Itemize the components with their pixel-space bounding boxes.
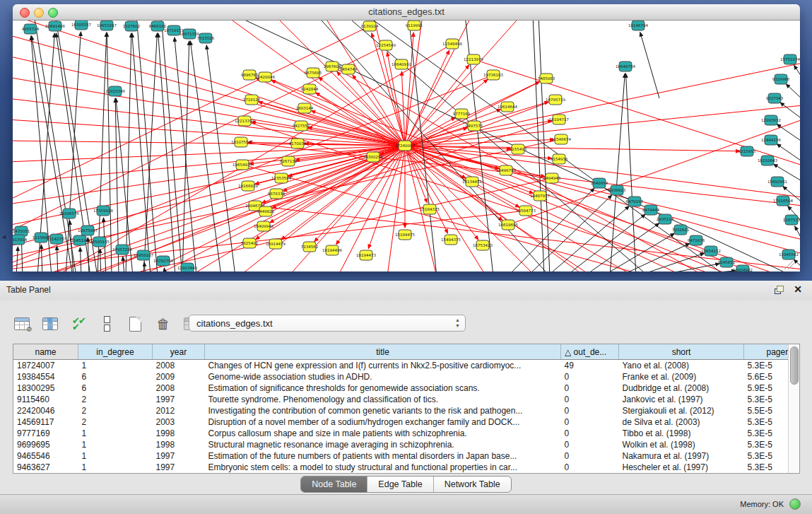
cell-name[interactable]: 9465546 xyxy=(13,450,78,462)
cell-title[interactable]: Estimation of significance thresholds fo… xyxy=(205,382,561,394)
network-node[interactable]: 7625402 xyxy=(241,238,259,248)
close-panel-icon[interactable]: ✕ xyxy=(794,284,802,295)
table-row[interactable]: 946554611997Estimation of the future num… xyxy=(13,450,800,462)
cell-out_de[interactable]: 0 xyxy=(561,439,619,450)
delete-rows-icon[interactable]: 🗑 xyxy=(154,315,172,333)
column-header-title[interactable]: title xyxy=(205,344,561,360)
cell-year[interactable]: 1998 xyxy=(153,428,205,439)
window-titlebar[interactable]: citations_edges.txt xyxy=(13,4,800,21)
column-header-short[interactable]: short xyxy=(619,344,744,360)
row-select-icon[interactable]: ✔✔✔ xyxy=(69,315,88,333)
network-node[interactable]: 8878334 xyxy=(268,189,286,199)
network-node[interactable]: 7234562 xyxy=(301,242,319,252)
network-node[interactable]: 8215953 xyxy=(739,146,756,156)
cell-short[interactable]: Nakamura et al. (1997) xyxy=(619,450,744,462)
table-row[interactable]: 1456911722003Disruption of a novel membe… xyxy=(13,416,800,428)
network-node[interactable]: 9245652 xyxy=(718,257,736,267)
network-node[interactable]: 9155493 xyxy=(510,144,527,154)
network-node[interactable]: 5938923 xyxy=(608,185,626,195)
cell-short[interactable]: Dudbridge et al. (2008) xyxy=(619,382,744,394)
cell-in_degree[interactable]: 1 xyxy=(78,439,153,450)
cell-year[interactable]: 2012 xyxy=(153,405,205,416)
table-scrollbar[interactable] xyxy=(788,344,799,473)
cell-title[interactable]: Tourette syndrome. Phenomenology and cla… xyxy=(205,394,561,405)
cell-name[interactable]: 19384554 xyxy=(13,371,78,382)
table-row[interactable]: 1830029562008Estimation of significance … xyxy=(13,382,800,394)
network-node[interactable]: 9329966 xyxy=(772,74,790,84)
cell-out_de[interactable]: 49 xyxy=(561,360,619,372)
cell-year[interactable]: 2008 xyxy=(153,360,205,372)
network-node[interactable]: 1167533 xyxy=(783,215,800,225)
tab-edge-table[interactable]: Edge Table xyxy=(367,477,433,492)
cell-out_de[interactable]: 0 xyxy=(561,416,619,428)
table-row[interactable]: 946362711997Embryonic stem cells: a mode… xyxy=(13,462,800,473)
cell-short[interactable]: Hescheler et al. (1997) xyxy=(619,462,744,473)
network-node[interactable]: 8139104 xyxy=(361,21,379,31)
cell-name[interactable]: 18300295 xyxy=(13,382,78,394)
cell-in_degree[interactable]: 1 xyxy=(78,462,153,473)
network-node[interactable]: 8471676 xyxy=(688,235,705,245)
cell-short[interactable]: Yano et al. (2008) xyxy=(619,360,744,372)
cell-in_degree[interactable]: 1 xyxy=(78,360,153,372)
table-settings-icon[interactable]: ⚙ xyxy=(13,315,31,333)
network-node[interactable]: 8454749 xyxy=(340,64,358,74)
network-node[interactable]: 2935114 xyxy=(657,214,674,224)
cell-short[interactable]: Franke et al. (2009) xyxy=(619,371,744,382)
cell-out_de[interactable]: 0 xyxy=(561,450,619,462)
cell-name[interactable]: 14569117 xyxy=(13,416,78,428)
cell-out_de[interactable]: 0 xyxy=(561,371,619,382)
tab-network-table[interactable]: Network Table xyxy=(433,477,511,492)
cell-name[interactable]: 9699695 xyxy=(13,439,78,450)
network-node[interactable]: 1640954 xyxy=(591,178,608,188)
column-header-in_degree[interactable]: in_degree xyxy=(78,344,153,360)
cell-year[interactable]: 1998 xyxy=(153,439,205,450)
cell-out_de[interactable]: 0 xyxy=(561,428,619,439)
cell-year[interactable]: 1997 xyxy=(153,394,205,405)
column-edit-icon[interactable] xyxy=(41,315,59,333)
cell-name[interactable]: 22420046 xyxy=(13,405,78,416)
network-node[interactable]: 8494943 xyxy=(543,173,561,183)
network-node[interactable]: 6479197 xyxy=(626,197,644,206)
network-node[interactable]: 7485083 xyxy=(538,74,555,83)
cell-year[interactable]: 1997 xyxy=(153,462,205,473)
network-node[interactable]: 9154936 xyxy=(551,154,568,164)
network-canvas[interactable]: 4055724206914061630555710653287152760264… xyxy=(13,21,800,271)
cell-short[interactable]: Wolkin et al. (1998) xyxy=(619,439,744,450)
table-row[interactable]: 1872400712008Changes of HCN gene express… xyxy=(13,360,800,372)
cell-name[interactable]: 18724007 xyxy=(13,360,78,372)
cell-in_degree[interactable]: 6 xyxy=(78,371,153,382)
network-node[interactable]: 9449822 xyxy=(257,206,275,216)
cell-in_degree[interactable]: 6 xyxy=(78,382,153,394)
column-header-year[interactable]: year xyxy=(153,344,205,360)
cell-in_degree[interactable]: 2 xyxy=(78,416,153,428)
cell-in_degree[interactable]: 2 xyxy=(78,394,153,405)
network-node[interactable]: 9777169 xyxy=(453,109,471,119)
cell-in_degree[interactable]: 1 xyxy=(78,450,153,462)
network-node[interactable]: 4055724 xyxy=(22,24,40,34)
cell-year[interactable]: 2008 xyxy=(153,382,205,394)
network-node[interactable]: 1527602 xyxy=(123,21,141,31)
cell-year[interactable]: 2009 xyxy=(153,371,205,382)
rows-icon[interactable] xyxy=(98,315,116,333)
network-table-select[interactable]: citations_edges.txt ▲▼ xyxy=(189,315,466,332)
cell-year[interactable]: 2003 xyxy=(153,416,205,428)
network-node[interactable]: 9242844 xyxy=(301,84,319,94)
cell-name[interactable]: 9463627 xyxy=(13,462,78,473)
float-panel-icon[interactable] xyxy=(775,286,784,294)
tab-node-table[interactable]: Node Table xyxy=(301,477,367,492)
network-node[interactable]: 9227343 xyxy=(766,93,784,103)
network-node[interactable]: 1145194 xyxy=(71,235,89,245)
table-row[interactable]: 911546021997Tourette syndrome. Phenomeno… xyxy=(13,394,800,405)
column-header-out_de[interactable]: △ out_de... xyxy=(561,344,619,360)
cell-out_de[interactable]: 0 xyxy=(561,405,619,416)
network-view-window[interactable]: citations_edges.txt 40557242069140616305… xyxy=(13,4,800,271)
table-row[interactable]: 977716911998Corpus callosum shape and si… xyxy=(13,428,800,439)
cell-out_de[interactable]: 0 xyxy=(561,394,619,405)
table-row[interactable]: 2242004622012Investigating the contribut… xyxy=(13,405,800,416)
scrollbar-thumb[interactable] xyxy=(790,346,799,385)
network-node[interactable]: 2803144 xyxy=(296,103,314,113)
memory-status-icon[interactable] xyxy=(789,498,801,510)
cell-short[interactable]: de Silva et al. (2003) xyxy=(619,416,744,428)
network-node[interactable]: 7515526 xyxy=(197,33,215,43)
cell-in_degree[interactable]: 2 xyxy=(78,405,153,416)
